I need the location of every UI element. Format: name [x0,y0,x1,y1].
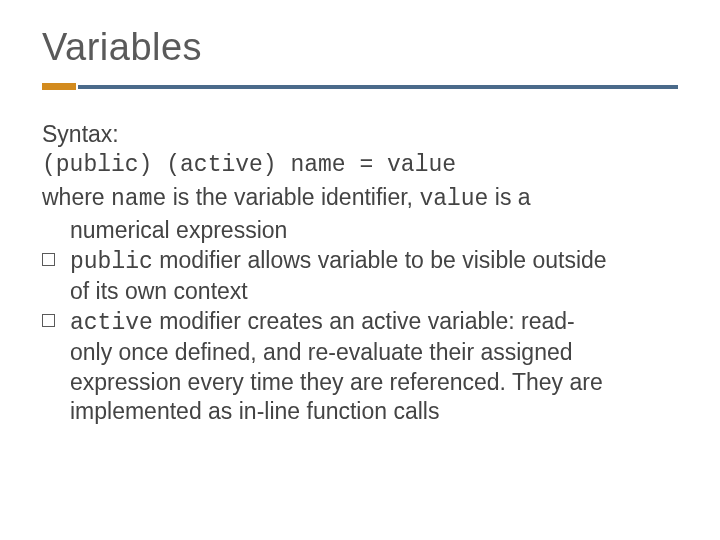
bullet-rest: modifier allows variable to be visible o… [153,247,607,273]
slide-body: Syntax: (public) (active) name = value w… [42,120,678,426]
bullet-cont: of its own context [70,277,678,306]
bullet-box-icon [42,253,55,266]
bullet-cont: only once defined, and re-evaluate their… [70,338,678,426]
where-mid: is the variable identifier, [166,184,419,210]
bullet-box-icon [42,314,55,327]
slide-title: Variables [42,26,678,69]
slide: Variables Syntax: (public) (active) name… [0,0,720,540]
title-rule [42,83,678,90]
syntax-line: (public) (active) name = value [42,151,678,180]
where-suffix: is a [488,184,530,210]
bullet-code: active [70,310,153,336]
bullet-list: public modifier allows variable to be vi… [42,246,678,427]
where-value-code: value [419,186,488,212]
bullet-rest: modifier creates an active variable: rea… [153,308,575,334]
list-item: public modifier allows variable to be vi… [42,246,678,307]
list-item: active modifier creates an active variab… [42,307,678,427]
rule-accent [42,83,76,90]
where-name-code: name [111,186,166,212]
where-cont: numerical expression [42,216,678,245]
rule-line [78,85,678,89]
bullet-code: public [70,249,153,275]
syntax-label: Syntax: [42,120,678,149]
where-prefix: where [42,184,111,210]
where-line: where name is the variable identifier, v… [42,183,678,214]
